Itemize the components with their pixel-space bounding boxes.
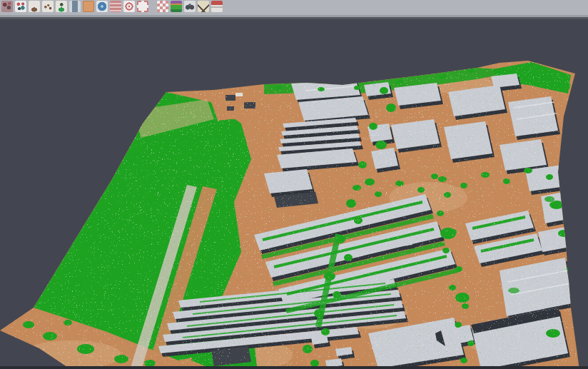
terrain-model-icon[interactable]: [29, 1, 40, 12]
classification-palette-icon[interactable]: [171, 1, 182, 12]
layer-stack-icon[interactable]: [211, 1, 223, 12]
orthoimage-icon[interactable]: [83, 1, 94, 12]
pick-target-icon[interactable]: [123, 1, 135, 12]
main-toolbar: [0, 0, 588, 15]
point-cloud-scene: [0, 19, 588, 369]
application-window: [0, 0, 588, 369]
scatter-points-icon[interactable]: [15, 1, 26, 12]
sparse-points-icon[interactable]: [42, 1, 54, 12]
globe-view-icon[interactable]: [96, 1, 108, 12]
classified-point-cloud-icon[interactable]: [1, 1, 13, 12]
axis-marks-icon[interactable]: [198, 1, 209, 12]
mask-checker-icon[interactable]: [157, 1, 168, 12]
zoom-extent-icon[interactable]: [137, 1, 148, 12]
attribute-list-icon[interactable]: [110, 1, 121, 12]
profile-section-icon[interactable]: [69, 1, 81, 12]
point-grain-layer: [0, 19, 588, 369]
3d-viewport[interactable]: [0, 19, 588, 369]
measure-binoculars-icon[interactable]: [184, 1, 196, 12]
window-bottom-edge: [0, 366, 588, 369]
vegetation-terrain-icon[interactable]: [56, 1, 67, 12]
